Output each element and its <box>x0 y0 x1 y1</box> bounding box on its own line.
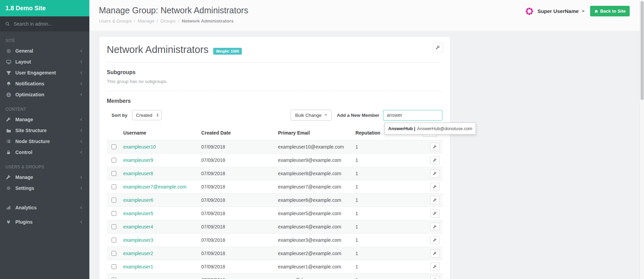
sidebar-item-plugins[interactable]: Plugins <box>0 215 89 229</box>
sidebar-item-users-manage[interactable]: Manage <box>0 172 89 183</box>
sidebar-item-user-engagement[interactable]: User Engagement <box>0 67 89 78</box>
bulk-change-button[interactable]: Bulk Change <box>291 110 332 121</box>
row-wrench-button[interactable] <box>430 236 440 244</box>
chevron-down-icon <box>582 11 585 12</box>
sidebar-item-site-structure[interactable]: Site Structure <box>0 125 89 136</box>
wrench-icon <box>5 175 12 180</box>
row-checkbox[interactable] <box>112 264 116 269</box>
breadcrumb-current: Network Administrators <box>181 18 234 24</box>
row-checkbox[interactable] <box>112 144 116 149</box>
table-row: exampleuser10 07/09/2018 exampleuser10@e… <box>107 140 442 154</box>
row-checkbox[interactable] <box>112 158 116 163</box>
sidebar-item-general[interactable]: General <box>0 45 89 56</box>
breadcrumb-separator: / <box>178 18 179 24</box>
username-link[interactable]: exampleuser4 <box>123 224 153 229</box>
sidebar-item-label: Node Structure <box>15 139 77 144</box>
checkbox-cell <box>107 220 121 234</box>
chevron-left-icon <box>80 151 83 154</box>
row-wrench-button[interactable] <box>430 223 440 231</box>
lock-icon <box>5 150 12 155</box>
back-to-site-label: Back to Site <box>600 9 626 14</box>
page-header: Manage Group: Network Administrators Use… <box>89 0 644 31</box>
reputation-cell: 1 <box>353 234 421 247</box>
panel-wrench-button[interactable] <box>433 43 443 52</box>
row-checkbox[interactable] <box>112 224 116 229</box>
vertical-scrollbar[interactable] <box>640 0 644 279</box>
username-cell: emmam <box>121 274 199 279</box>
row-checkbox[interactable] <box>112 211 116 216</box>
row-wrench-button[interactable] <box>430 276 440 279</box>
username-link[interactable]: exampleuser5 <box>123 211 153 216</box>
sidebar-item-content-manage[interactable]: Manage <box>0 114 89 125</box>
scrollbar-thumb[interactable] <box>641 1 644 100</box>
site-brand[interactable]: 1.8 Demo Site <box>0 0 89 16</box>
email-cell: exampleuser9@example.com <box>276 154 353 167</box>
home-icon <box>594 9 598 13</box>
row-wrench-button[interactable] <box>430 196 440 204</box>
username-link[interactable]: exampleuser6 <box>123 197 153 203</box>
row-wrench-button[interactable] <box>430 183 440 191</box>
search-input[interactable] <box>13 21 84 27</box>
section-label-content: CONTENT <box>0 100 89 114</box>
user-menu-button[interactable]: Super UserName <box>524 6 585 16</box>
gear-icon <box>5 185 12 191</box>
row-checkbox[interactable] <box>112 238 116 242</box>
sidebar-item-settings[interactable]: Settings <box>0 183 89 194</box>
row-wrench-button[interactable] <box>430 156 440 164</box>
breadcrumb-separator: / <box>134 18 135 24</box>
row-checkbox[interactable] <box>112 278 116 279</box>
divider <box>107 62 442 62</box>
back-to-site-button[interactable]: Back to Site <box>590 6 630 16</box>
row-wrench-button[interactable] <box>430 143 440 151</box>
email-cell: exampleuser10@example.com <box>276 140 353 154</box>
add-member-input[interactable] <box>383 110 442 121</box>
table-row: exampleuser8 07/09/2018 exampleuser8@exa… <box>107 167 442 180</box>
row-wrench-button[interactable] <box>430 249 440 257</box>
breadcrumb-link[interactable]: Groups <box>160 18 175 24</box>
table-row: emmam 07/02/2018 emmam@dzone.com 1 <box>107 274 442 279</box>
sidebar-item-analytics[interactable]: Analytics <box>0 200 89 215</box>
username-cell: exampleuser8 <box>121 167 199 180</box>
member-suggestion[interactable]: AnswerHub |AnswerHub@donotuse.com <box>384 123 476 135</box>
username-column-header: Username <box>121 125 199 140</box>
reputation-cell: 1 <box>353 180 421 194</box>
sidebar-item-optimization[interactable]: Optimization <box>0 89 89 100</box>
created-date-cell: 07/09/2018 <box>199 207 276 220</box>
sidebar-item-layout[interactable]: Layout <box>0 56 89 67</box>
sidebar-extra-section: Analytics Plugins <box>0 200 89 229</box>
reputation-cell: 1 <box>353 207 421 220</box>
row-checkbox[interactable] <box>112 184 116 189</box>
username-link[interactable]: exampleuser8 <box>123 171 153 176</box>
username-link[interactable]: exampleuser1 <box>123 264 153 269</box>
checkbox-cell <box>107 260 121 274</box>
add-member-input-wrap: AnswerHub |AnswerHub@donotuse.com <box>383 110 442 121</box>
username-link[interactable]: exampleuser2 <box>123 251 153 256</box>
sort-select[interactable]: Created <box>132 110 162 120</box>
divider <box>107 91 442 91</box>
select-stepper-icon <box>157 113 159 117</box>
row-wrench-button[interactable] <box>430 169 440 178</box>
row-wrench-button[interactable] <box>430 209 440 218</box>
reputation-cell: 1 <box>353 274 421 279</box>
row-checkbox[interactable] <box>112 251 116 256</box>
row-checkbox[interactable] <box>112 171 116 176</box>
sidebar-item-control[interactable]: Control <box>0 147 89 158</box>
email-cell: emmam@dzone.com <box>276 274 353 279</box>
breadcrumb-link[interactable]: Users & Groups <box>99 18 132 24</box>
username-link[interactable]: exampleuser9 <box>123 157 153 163</box>
row-checkbox[interactable] <box>112 198 116 203</box>
breadcrumb-link[interactable]: Manage <box>138 18 155 24</box>
sidebar-item-label: Manage <box>15 175 77 180</box>
username-link[interactable]: exampleuser10 <box>123 144 156 150</box>
row-wrench-button[interactable] <box>430 263 440 271</box>
username-link[interactable]: exampleuser7@example.com <box>123 184 186 190</box>
username-link[interactable]: exampleuser3 <box>123 237 153 243</box>
username-link[interactable]: emmam <box>123 277 141 279</box>
wrench-icon <box>5 117 12 122</box>
sort-by-label: Sort by <box>112 113 128 118</box>
breadcrumb: Users & Groups / Manage / Groups / Netwo… <box>99 18 644 24</box>
sidebar-item-node-structure[interactable]: Node Structure <box>0 136 89 147</box>
chevron-left-icon <box>80 129 83 132</box>
sidebar-item-notifications[interactable]: Notifications <box>0 78 89 89</box>
sidebar-item-label: Site Structure <box>15 128 77 133</box>
